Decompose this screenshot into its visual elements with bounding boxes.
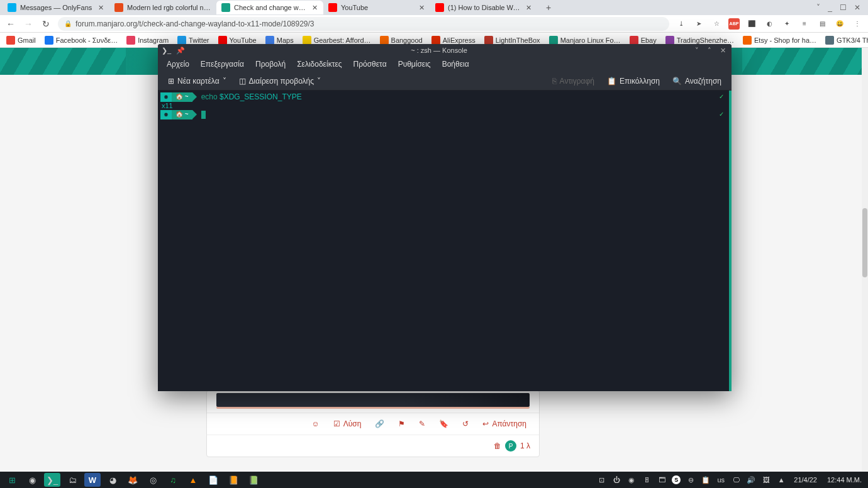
app-konsole[interactable]: ❯_ bbox=[44, 473, 60, 487]
back-button[interactable]: ← bbox=[5, 18, 16, 30]
minimize-icon[interactable]: ˅ bbox=[693, 47, 701, 55]
close-icon[interactable]: ✕ bbox=[311, 4, 318, 11]
reload-button[interactable]: ↻ bbox=[40, 18, 52, 30]
page-scrollbar[interactable] bbox=[862, 48, 868, 471]
scrollbar-thumb[interactable] bbox=[862, 208, 867, 277]
tray-display-icon[interactable]: 🖵 bbox=[731, 476, 741, 484]
app-chrome[interactable]: ◕ bbox=[104, 473, 121, 487]
app-spotify[interactable]: ♫ bbox=[165, 473, 181, 487]
reply-button[interactable]: ↩ Απάντηση bbox=[482, 419, 526, 428]
reading-list-icon[interactable]: ≡ bbox=[799, 18, 810, 30]
chevron-down-icon[interactable]: ˅ bbox=[816, 3, 820, 12]
trash-icon[interactable]: 🗑 bbox=[494, 441, 501, 450]
edit-button[interactable]: ✎ bbox=[419, 419, 425, 428]
taskbar-time[interactable]: 12:44 Μ.Μ. bbox=[825, 476, 864, 484]
terminal-area[interactable]: ⎈ 🏠 ~ echo $XDG_SESSION_TYPE ✓ x11 ⎈ 🏠 ~… bbox=[158, 91, 732, 391]
tray-expand-icon[interactable]: ▲ bbox=[776, 476, 786, 484]
bookmark-gmail[interactable]: Gmail bbox=[6, 36, 36, 45]
tray-desktop-icon[interactable]: ⊡ bbox=[596, 476, 606, 484]
menu-edit[interactable]: Επεξεργασία bbox=[196, 58, 249, 70]
new-tab-button[interactable]: + bbox=[542, 3, 555, 13]
send-icon[interactable]: ➤ bbox=[693, 18, 704, 30]
close-icon[interactable]: ✕ bbox=[854, 3, 860, 12]
extensions-icon[interactable]: ✦ bbox=[781, 18, 793, 30]
solution-button[interactable]: ☑ Λύση bbox=[333, 419, 362, 428]
avatar[interactable]: P bbox=[505, 440, 516, 452]
app-slides[interactable]: 📙 bbox=[225, 473, 242, 487]
bookmark-gtk[interactable]: GTK3/4 Themes -… bbox=[825, 36, 868, 45]
app-files[interactable]: 🗂 bbox=[64, 473, 81, 487]
browser-tab[interactable]: (1) How to Disable Wayland in… ✕ bbox=[430, 1, 537, 14]
bookmark-twitter[interactable]: Twitter bbox=[177, 36, 209, 45]
app-sheets[interactable]: 📗 bbox=[245, 473, 262, 487]
tray-sync-icon[interactable]: ⊖ bbox=[686, 476, 696, 484]
post-image[interactable] bbox=[216, 393, 530, 407]
browser-tab[interactable]: Modern led rgb colorful nigh… bbox=[109, 1, 216, 14]
browser-tab[interactable]: YouTube ✕ bbox=[323, 1, 430, 14]
bookmark-button[interactable]: 🔖 bbox=[439, 419, 448, 428]
taskbar-date[interactable]: 21/4/22 bbox=[791, 476, 820, 484]
start-button[interactable]: ⊞ bbox=[4, 473, 20, 487]
app-firefox[interactable]: 🦊 bbox=[125, 473, 141, 487]
menu-file[interactable]: Αρχείο bbox=[162, 58, 194, 70]
bookmark-banggood[interactable]: Banggood bbox=[380, 36, 423, 45]
minimize-icon[interactable]: _ bbox=[828, 3, 832, 12]
likes-count[interactable]: 1 λ bbox=[520, 441, 530, 450]
pin-icon[interactable]: 📌 bbox=[176, 47, 185, 55]
bookmark-maps[interactable]: Maps bbox=[265, 36, 294, 45]
tray-volume-icon[interactable]: 🔊 bbox=[746, 476, 756, 484]
bookmark-tradingshenzhen[interactable]: TradingShenzhe… bbox=[665, 36, 734, 45]
konsole-titlebar[interactable]: ❯_ 📌 ~ : zsh — Konsole ˅ ˄ ✕ bbox=[158, 44, 732, 57]
tray-power-icon[interactable]: ⏻ bbox=[611, 476, 621, 484]
bookmark-lightinthebox[interactable]: LightInTheBox bbox=[484, 36, 540, 45]
browser-tab[interactable]: Messages — OnlyFans ✕ bbox=[3, 1, 109, 14]
forward-button[interactable]: → bbox=[23, 18, 34, 30]
tray-clipboard-icon[interactable]: 📋 bbox=[701, 476, 711, 484]
tray-wallpaper-icon[interactable]: 🖼 bbox=[761, 476, 771, 484]
tray-window-icon[interactable]: 🗔 bbox=[657, 476, 667, 484]
star-icon[interactable]: ☆ bbox=[711, 18, 722, 30]
tray-record-icon[interactable]: ◉ bbox=[626, 476, 637, 484]
app-vlc[interactable]: ▲ bbox=[185, 473, 201, 487]
menu-bookmarks[interactable]: Σελιδοδείκτες bbox=[292, 58, 347, 70]
bookmark-etsy[interactable]: Etsy - Shop for ha… bbox=[743, 36, 816, 45]
menu-plugins[interactable]: Πρόσθετα bbox=[348, 58, 392, 70]
abp-icon[interactable]: ABP bbox=[728, 18, 740, 30]
maximize-icon[interactable]: ☐ bbox=[840, 3, 847, 12]
split-view-button[interactable]: ◫ Διαίρεση προβολής ˅ bbox=[234, 74, 326, 88]
undo-button[interactable]: ↺ bbox=[462, 419, 469, 428]
bookmark-instagram[interactable]: Instagram bbox=[126, 36, 169, 45]
menu-settings[interactable]: Ρυθμίσεις bbox=[393, 58, 436, 70]
close-icon[interactable]: ✕ bbox=[718, 47, 728, 55]
tray-keyboard-layout[interactable]: us bbox=[716, 476, 726, 484]
emoji-button[interactable]: ☺ bbox=[312, 419, 320, 428]
browser-tab-active[interactable]: Check and change wayland t… ✕ bbox=[216, 1, 323, 14]
tray-skype-icon[interactable]: S bbox=[672, 475, 681, 484]
menu-view[interactable]: Προβολή bbox=[250, 58, 291, 70]
bookmark-aliexpress[interactable]: AliExpress bbox=[431, 36, 476, 45]
close-icon[interactable]: ✕ bbox=[418, 4, 425, 11]
menu-icon[interactable]: ⋮ bbox=[852, 18, 863, 30]
bookmark-facebook[interactable]: Facebook - Συνδε… bbox=[45, 36, 118, 45]
tray-mixer-icon[interactable]: 🎚 bbox=[642, 476, 652, 484]
menu-help[interactable]: Βοήθεια bbox=[437, 58, 474, 70]
flag-button[interactable]: ⚑ bbox=[398, 419, 405, 428]
link-button[interactable]: 🔗 bbox=[375, 419, 384, 428]
bookmark-gearbest[interactable]: Gearbest: Afford… bbox=[303, 36, 371, 45]
bookmark-youtube[interactable]: YouTube bbox=[218, 36, 257, 45]
search-button[interactable]: 🔍 Αναζήτηση bbox=[667, 74, 726, 88]
app-steam[interactable]: ◎ bbox=[145, 473, 161, 487]
new-tab-button[interactable]: ⊞ Νέα καρτέλα ˅ bbox=[163, 74, 231, 88]
close-icon[interactable]: ✕ bbox=[525, 4, 532, 11]
bitwarden-icon[interactable]: ⬛ bbox=[746, 18, 757, 30]
gear-icon[interactable]: ◐ bbox=[764, 18, 775, 30]
install-icon[interactable]: ⤓ bbox=[676, 18, 687, 30]
app-writer[interactable]: W bbox=[84, 473, 101, 487]
bookmark-manjaro[interactable]: Manjaro Linux Fo… bbox=[549, 36, 621, 45]
paste-button[interactable]: 📋 Επικόλληση bbox=[602, 74, 665, 88]
close-icon[interactable]: ✕ bbox=[97, 4, 104, 11]
address-bar[interactable]: 🔒 forum.manjaro.org/t/check-and-change-w… bbox=[58, 17, 669, 31]
bookmark-ebay[interactable]: Ebay bbox=[630, 36, 657, 45]
profile-avatar[interactable]: 😀 bbox=[834, 18, 845, 30]
sidepanel-icon[interactable]: ▤ bbox=[816, 18, 828, 30]
